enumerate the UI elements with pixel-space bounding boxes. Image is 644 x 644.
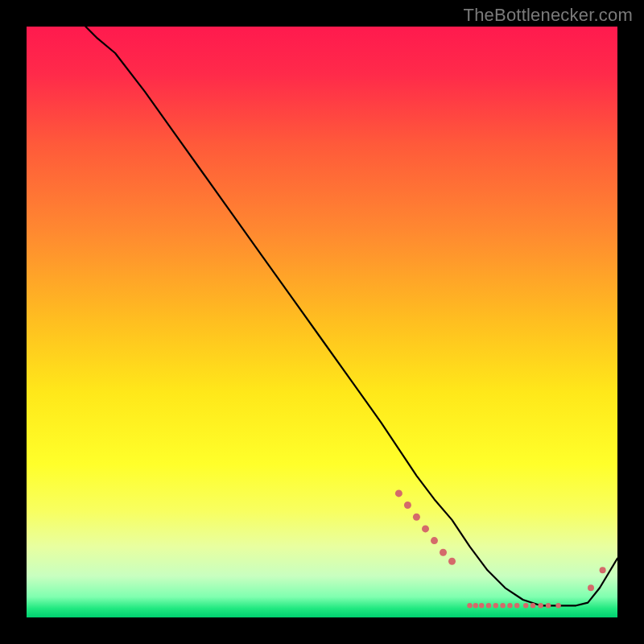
data-marker xyxy=(395,489,402,497)
chart-stage: TheBottlenecker.com xyxy=(0,0,644,644)
data-marker xyxy=(486,603,491,608)
data-marker xyxy=(555,603,560,608)
data-marker xyxy=(413,514,420,521)
data-marker xyxy=(546,603,551,608)
data-marker xyxy=(404,502,411,509)
data-marker xyxy=(479,603,484,608)
data-marker xyxy=(493,603,498,608)
data-marker xyxy=(422,525,429,532)
data-marker xyxy=(530,603,535,608)
plot-area xyxy=(27,27,617,617)
data-marker xyxy=(448,558,456,565)
data-marker xyxy=(440,549,447,556)
watermark-text: TheBottlenecker.com xyxy=(464,5,633,26)
data-marker xyxy=(600,567,606,573)
data-marker xyxy=(523,603,528,608)
data-marker xyxy=(588,584,594,591)
data-marker xyxy=(431,537,438,544)
data-marker xyxy=(467,603,472,608)
data-marker xyxy=(473,603,478,608)
data-marker xyxy=(538,603,543,608)
data-marker xyxy=(514,603,519,608)
chart-svg xyxy=(27,27,617,617)
data-marker xyxy=(507,603,512,608)
data-marker xyxy=(500,603,505,608)
gradient-background xyxy=(27,27,617,617)
